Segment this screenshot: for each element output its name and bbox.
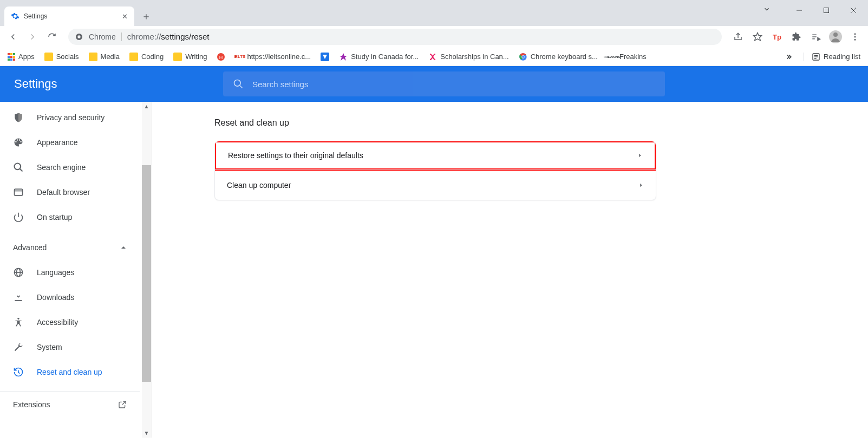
nav-accessibility[interactable]: Accessibility	[0, 310, 141, 335]
nav-languages[interactable]: Languages	[0, 260, 141, 285]
palette-icon	[13, 137, 24, 148]
close-window-button[interactable]	[841, 2, 866, 18]
extension-tp-icon[interactable]: Tp	[769, 29, 785, 44]
omnibox-url: chrome://settings/reset	[127, 32, 210, 42]
share-icon[interactable]	[730, 29, 746, 44]
gear-icon	[11, 12, 19, 21]
svg-point-36	[17, 318, 19, 320]
svg-line-27	[240, 86, 243, 88]
bookmark-folder-socials[interactable]: Socials	[44, 53, 79, 61]
reload-button[interactable]	[44, 29, 60, 44]
bookmark-folder-writing[interactable]: Writing	[173, 53, 207, 61]
nav-label: System	[37, 343, 62, 351]
omnibox[interactable]: Chrome chrome://settings/reset	[68, 29, 722, 45]
folder-icon	[89, 53, 97, 61]
reset-card: Restore settings to their original defau…	[214, 141, 656, 200]
bookmark-scholarships[interactable]: Scholarships in Can...	[428, 53, 508, 61]
scroll-thumb[interactable]	[142, 165, 151, 382]
svg-point-11	[833, 32, 838, 37]
sidebar-scrollbar[interactable]: ▲ ▼	[142, 102, 151, 438]
settings-search-input[interactable]	[252, 80, 655, 89]
apps-icon	[8, 53, 15, 61]
tab-search-icon[interactable]	[763, 5, 771, 13]
nav-on-startup[interactable]: On startup	[0, 205, 141, 230]
reading-list-icon	[812, 53, 820, 61]
nav-reset-cleanup[interactable]: Reset and clean up	[0, 360, 141, 385]
nav-label: Privacy and security	[37, 113, 105, 122]
svg-marker-10	[818, 38, 820, 41]
bookmark-icon-1[interactable]: H	[217, 53, 225, 61]
browser-toolbar: Chrome chrome://settings/reset Tp	[0, 26, 868, 48]
svg-text:H: H	[219, 55, 223, 60]
new-tab-button[interactable]: ＋	[139, 9, 154, 24]
settings-title: Settings	[0, 77, 162, 91]
apps-label: Apps	[18, 53, 35, 61]
nav-downloads[interactable]: Downloads	[0, 285, 141, 310]
svg-rect-30	[15, 189, 23, 196]
reading-list-button[interactable]: Reading list	[804, 53, 860, 61]
nav-privacy[interactable]: Privacy and security	[0, 105, 141, 130]
bookmark-canada[interactable]: Study in Canada for...	[339, 53, 419, 61]
bookmark-icon-2[interactable]	[321, 53, 329, 61]
svg-point-5	[77, 35, 80, 38]
settings-search[interactable]	[223, 71, 665, 96]
menu-icon[interactable]	[847, 29, 863, 44]
restore-icon	[13, 367, 24, 377]
folder-icon	[44, 53, 53, 61]
site-icon: FREAKINS	[608, 53, 616, 61]
site-icon	[339, 53, 348, 61]
svg-point-26	[234, 80, 241, 87]
svg-point-28	[15, 164, 21, 170]
tab-close-icon[interactable]: ✕	[122, 12, 128, 21]
svg-marker-37	[639, 154, 641, 158]
shield-icon	[13, 112, 24, 123]
browser-titlebar: Settings ✕ ＋	[0, 0, 868, 26]
bookmark-ielts[interactable]: IELTShttps://ieltsonline.c...	[235, 53, 311, 61]
nav-default-browser[interactable]: Default browser	[0, 180, 141, 205]
bookmark-folder-coding[interactable]: Coding	[129, 53, 164, 61]
apps-shortcut[interactable]: Apps	[8, 53, 35, 61]
svg-marker-19	[340, 53, 347, 61]
site-icon	[519, 53, 527, 61]
globe-icon	[13, 267, 24, 278]
site-icon	[428, 53, 437, 61]
browser-tab[interactable]: Settings ✕	[4, 6, 134, 26]
accessibility-icon	[13, 317, 24, 328]
bookmark-chrome-kb[interactable]: Chrome keyboard s...	[519, 53, 598, 61]
minimize-button[interactable]	[787, 2, 812, 18]
bookmark-folder-media[interactable]: Media	[89, 53, 120, 61]
nav-extensions[interactable]: Extensions	[0, 391, 140, 417]
nav-appearance[interactable]: Appearance	[0, 130, 141, 155]
nav-label: Advanced	[13, 243, 47, 252]
row-restore-defaults[interactable]: Restore settings to their original defau…	[214, 141, 656, 171]
svg-marker-38	[640, 183, 642, 187]
nav-system[interactable]: System	[0, 335, 141, 360]
media-control-icon[interactable]	[808, 29, 824, 44]
window-controls	[787, 2, 866, 18]
back-button[interactable]	[5, 29, 21, 44]
forward-button[interactable]	[25, 29, 40, 44]
omnibox-separator	[121, 32, 122, 41]
nav-advanced-toggle[interactable]: Advanced	[0, 235, 140, 260]
bookmark-star-icon[interactable]	[750, 29, 765, 44]
nav-label: Extensions	[13, 400, 50, 409]
svg-marker-32	[121, 246, 126, 249]
section-title: Reset and clean up	[214, 118, 656, 128]
scroll-track[interactable]	[142, 111, 151, 428]
nav-label: Downloads	[37, 293, 74, 302]
bookmarks-overflow[interactable]	[786, 53, 794, 61]
maximize-button[interactable]	[814, 2, 839, 18]
folder-icon	[173, 53, 182, 61]
bookmark-freakins[interactable]: FREAKINSFreakins	[608, 53, 647, 61]
nav-search-engine[interactable]: Search engine	[0, 155, 141, 180]
site-icon	[321, 53, 329, 61]
row-clean-up-computer[interactable]: Clean up computer	[215, 170, 656, 200]
extensions-icon[interactable]	[789, 29, 804, 44]
nav-label: Search engine	[37, 163, 86, 172]
scroll-down-icon[interactable]: ▼	[142, 428, 151, 438]
open-external-icon	[118, 400, 127, 409]
scroll-up-icon[interactable]: ▲	[142, 102, 151, 111]
chevron-right-icon	[637, 153, 643, 158]
search-icon	[233, 79, 244, 89]
profile-avatar[interactable]	[828, 29, 843, 44]
